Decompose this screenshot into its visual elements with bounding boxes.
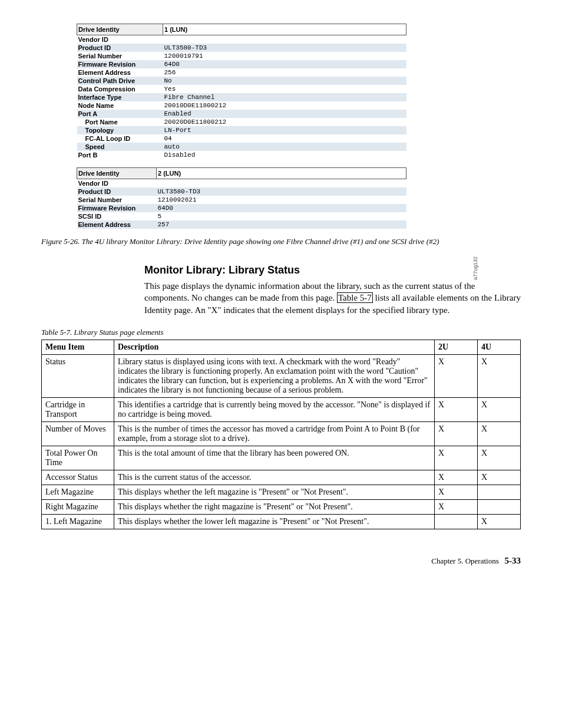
body-paragraph: This page displays the dynamic informati… — [144, 280, 521, 316]
table-row: Total Power On TimeThis is the total amo… — [42, 446, 521, 470]
drive-info-row: Serial Number1210092621 — [77, 196, 406, 204]
table-row: Accessor StatusThis is the current statu… — [42, 470, 521, 485]
table-row: Number of MovesThis is the number of tim… — [42, 421, 521, 446]
drive-info-row: Product IDULT3580-TD3 — [77, 44, 406, 52]
drive-info-row: Vendor ID — [77, 35, 406, 44]
cell-u4: X — [478, 514, 521, 529]
drive-identity-screenshot: a77ug132 Drive Identity 1 (LUN) Vendor I… — [77, 24, 521, 229]
cell-u4: X — [478, 397, 521, 421]
drive2-header-row: Drive Identity 2 (LUN) — [77, 168, 406, 179]
cell-u2: X — [435, 485, 478, 499]
cell-menu: Left Magazine — [42, 485, 114, 499]
cell-u2: X — [435, 499, 478, 514]
cell-desc: This displays whether the left magazine … — [114, 485, 435, 499]
drive-info-row: Data CompressionYes — [77, 85, 406, 93]
cell-u4 — [478, 499, 521, 514]
cell-u2: X — [435, 354, 478, 397]
row-value: 257 — [157, 220, 406, 229]
cell-menu: Total Power On Time — [42, 446, 114, 470]
row-label: Firmware Revision — [77, 204, 157, 212]
table-reference-link[interactable]: Table 5-7 — [337, 292, 373, 303]
cell-menu: Cartridge in Transport — [42, 397, 114, 421]
row-value: ULT3580-TD3 — [163, 44, 406, 52]
drive-info-row: Element Address256 — [77, 68, 406, 77]
cell-menu: Accessor Status — [42, 470, 114, 485]
image-id-label: a77ug132 — [472, 256, 478, 280]
row-value: 64D0 — [157, 204, 406, 212]
row-label: Vendor ID — [77, 35, 163, 44]
row-value: ULT3580-TD3 — [157, 187, 406, 196]
drive2-header-value: 2 (LUN) — [157, 168, 406, 179]
table-row: 1. Left MagazineThis displays whether th… — [42, 514, 521, 529]
drive-info-row: Port AEnabled — [77, 110, 406, 118]
row-label: Vendor ID — [77, 179, 157, 188]
row-label: Element Address — [77, 220, 157, 229]
cell-u2: X — [435, 421, 478, 446]
drive1-header-value: 1 (LUN) — [163, 24, 406, 35]
row-value: LN-Port — [163, 126, 406, 134]
row-value: 20020D0E11800212 — [163, 118, 406, 126]
figure-caption: Figure 5-26. The 4U library Monitor Libr… — [41, 237, 521, 246]
row-label: Element Address — [77, 68, 163, 77]
row-value — [163, 35, 406, 44]
row-value: No — [163, 77, 406, 85]
cell-u4: X — [478, 421, 521, 446]
th-4u: 4U — [478, 340, 521, 354]
table-header-row: Menu Item Description 2U 4U — [42, 340, 521, 354]
drive-info-row: Firmware Revision64D0 — [77, 204, 406, 212]
drive-info-row: Speedauto — [77, 143, 406, 151]
drive-info-row: Serial Number1200019791 — [77, 52, 406, 60]
cell-desc: This is the total amount of time that th… — [114, 446, 435, 470]
row-label: Firmware Revision — [77, 60, 163, 68]
cell-u2 — [435, 514, 478, 529]
row-label: Port Name — [77, 118, 163, 126]
drive1-header-label: Drive Identity — [77, 24, 163, 35]
drive-info-row: Port BDisabled — [77, 151, 406, 159]
cell-desc: This identifies a cartridge that is curr… — [114, 397, 435, 421]
cell-u4: X — [478, 446, 521, 470]
library-status-elements-table: Menu Item Description 2U 4U StatusLibrar… — [41, 340, 521, 529]
row-label: Topology — [77, 126, 163, 134]
row-value: 04 — [163, 134, 406, 143]
table-row: StatusLibrary status is displayed using … — [42, 354, 521, 397]
cell-menu: Number of Moves — [42, 421, 114, 446]
row-label: FC-AL Loop ID — [77, 134, 163, 143]
row-label: Node Name — [77, 101, 163, 110]
drive-info-row: Control Path DriveNo — [77, 77, 406, 85]
row-label: Data Compression — [77, 85, 163, 93]
th-menu-item: Menu Item — [42, 340, 114, 354]
row-value: Yes — [163, 85, 406, 93]
row-label: Serial Number — [77, 196, 157, 204]
cell-u2: X — [435, 470, 478, 485]
drive-info-row: Element Address257 — [77, 220, 406, 229]
row-value: 1210092621 — [157, 196, 406, 204]
cell-desc: This displays whether the lower left mag… — [114, 514, 435, 529]
row-value: 256 — [163, 68, 406, 77]
cell-desc: This is the current status of the access… — [114, 470, 435, 485]
table-caption: Table 5-7. Library Status page elements — [41, 328, 521, 337]
chapter-label: Chapter 5. Operations — [431, 556, 498, 565]
page-footer: Chapter 5. Operations 5-33 — [41, 556, 521, 566]
drive-info-row: Firmware Revision64D0 — [77, 60, 406, 68]
table-row: Right MagazineThis displays whether the … — [42, 499, 521, 514]
page-number: 5-33 — [505, 556, 521, 565]
row-value: Enabled — [163, 110, 406, 118]
row-value: Disabled — [163, 151, 406, 159]
row-label: SCSI ID — [77, 212, 157, 220]
row-label: Port A — [77, 110, 163, 118]
drive-info-row: Vendor ID — [77, 179, 406, 188]
drive1-table: Drive Identity 1 (LUN) Vendor IDProduct … — [77, 24, 406, 159]
drive-info-row: SCSI ID5 — [77, 212, 406, 220]
table-row: Left MagazineThis displays whether the l… — [42, 485, 521, 499]
cell-desc: This displays whether the right magazine… — [114, 499, 435, 514]
drive-info-row: FC-AL Loop ID04 — [77, 134, 406, 143]
row-label: Product ID — [77, 187, 157, 196]
cell-u4 — [478, 485, 521, 499]
cell-menu: Right Magazine — [42, 499, 114, 514]
row-label: Port B — [77, 151, 163, 159]
row-value: 5 — [157, 212, 406, 220]
drive1-header-row: Drive Identity 1 (LUN) — [77, 24, 406, 35]
row-value: 64D0 — [163, 60, 406, 68]
drive-info-row: TopologyLN-Port — [77, 126, 406, 134]
th-2u: 2U — [435, 340, 478, 354]
